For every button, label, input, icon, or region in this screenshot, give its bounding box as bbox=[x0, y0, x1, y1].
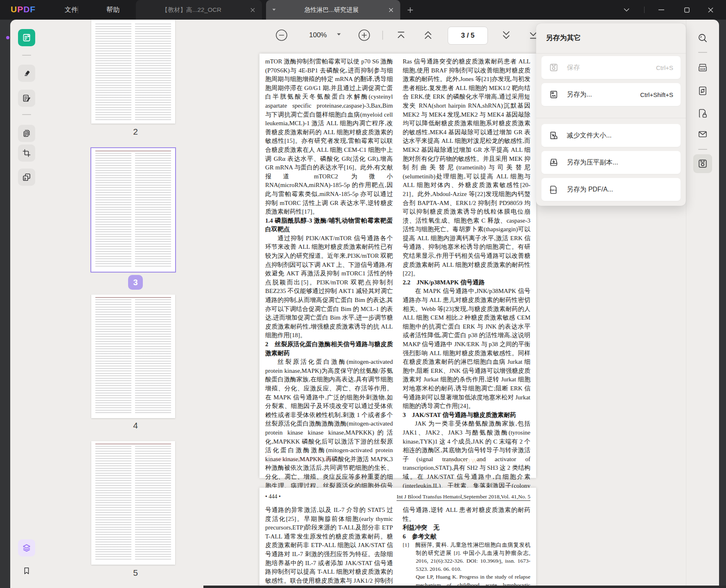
save-as-other-panel: 另存为其它 保存 Ctrl+S 另存为... Ctrl+Shift+S bbox=[536, 23, 686, 206]
pdf-page-4: • 444 • Int J Blood Transfus Hematol,Sep… bbox=[259, 488, 536, 588]
right-tool-rail: OCR bbox=[686, 20, 719, 588]
rail-divider bbox=[698, 52, 707, 53]
sidebar-notification-dot bbox=[6, 36, 9, 39]
save-tools-button-active[interactable] bbox=[693, 154, 712, 173]
thumb-text-preview bbox=[135, 153, 171, 268]
window-menu-chevron-icon[interactable] bbox=[620, 5, 634, 15]
thumb-page-number[interactable]: 2 bbox=[123, 127, 148, 137]
extract-slides-button[interactable] bbox=[18, 169, 35, 186]
minimize-button[interactable] bbox=[654, 5, 668, 15]
doc-heading: 2 丝裂原活化蛋白激酶相关信号通路与糖皮质激素耐药 bbox=[265, 340, 393, 358]
reader-mode-button[interactable] bbox=[18, 29, 35, 46]
menu-item-save-as-pdfa[interactable]: PDF/A 另存为 PDF/A... bbox=[541, 178, 681, 201]
tab-close-icon[interactable] bbox=[386, 5, 396, 15]
page-number-label: • 444 • bbox=[265, 493, 281, 500]
mail-icon bbox=[697, 129, 708, 140]
menu-item-label: 另存为 PDF/A... bbox=[567, 185, 613, 194]
menu-item-label: 减少文件大小... bbox=[567, 131, 611, 140]
crop-tool-button[interactable] bbox=[18, 144, 35, 162]
doc-lock-icon bbox=[697, 108, 708, 119]
titlebar: UPDF 文件 帮助 【教材】高...22_OCR 急性淋巴...研究进展 bbox=[0, 0, 726, 20]
doc-paragraph: Ras 信号通路突变的糖皮质激素耐药患者 ALL 细胞,使用 BRAF 抑制剂可… bbox=[403, 57, 530, 278]
previous-page-button[interactable] bbox=[422, 29, 434, 41]
zoom-dropdown-caret-icon[interactable] bbox=[337, 33, 341, 36]
ocr-icon: OCR bbox=[697, 62, 708, 74]
chevron-down-icon[interactable] bbox=[270, 9, 277, 11]
search-button[interactable] bbox=[693, 29, 712, 47]
thumb-page-number[interactable]: 4 bbox=[123, 421, 148, 430]
organize-pages-button[interactable] bbox=[18, 125, 35, 142]
doc-paragraph: mTOR 激酶抑制剂雷帕霉素可以使 p70 S6 激酶(P70S6K)与 4E-… bbox=[265, 57, 393, 216]
doc-heading: 6 参考文献 bbox=[403, 532, 530, 541]
menu-item-save-flattened-copy[interactable]: 另存为压平副本... bbox=[541, 151, 681, 174]
tab-close-icon[interactable] bbox=[247, 5, 258, 15]
layers-icon bbox=[22, 543, 32, 553]
panel-divider bbox=[536, 53, 686, 54]
save-icon bbox=[549, 63, 559, 72]
publisher-watermark: 中国青年电子出版社 期刊数据 bbox=[265, 455, 334, 463]
note-pencil-icon bbox=[22, 93, 32, 103]
layers-panel-button[interactable] bbox=[18, 539, 35, 556]
sidebar-divider bbox=[22, 114, 31, 115]
thumb-header-line bbox=[95, 151, 171, 151]
doc-heading: 2.2 JNK/p38MAPK 信号通路 bbox=[403, 278, 530, 287]
thumbnail-page-2[interactable] bbox=[91, 20, 175, 124]
convert-button[interactable] bbox=[693, 81, 712, 100]
menu-file[interactable]: 文件 bbox=[60, 0, 83, 20]
panel-divider bbox=[536, 118, 686, 118]
toolbar-divider bbox=[382, 31, 383, 40]
thumb-header-line bbox=[95, 297, 171, 298]
doc-paragraph: [1] 阙丽萍, 黄科. 儿童急性淋巴细胞白血病复发机制的研究进展 [J]. 中… bbox=[403, 541, 530, 573]
share-mail-button[interactable] bbox=[693, 125, 712, 144]
horizontal-scrollbar[interactable] bbox=[203, 586, 726, 588]
first-page-button[interactable] bbox=[395, 30, 407, 41]
crop-icon bbox=[22, 148, 32, 158]
page4-left-column: 号通路的异常激活,以及 IL-7 介导的 STAT5 过度活化[25]。早期胸腺… bbox=[265, 506, 393, 588]
window-close-button[interactable] bbox=[703, 5, 717, 15]
reduce-size-icon bbox=[549, 131, 559, 140]
zoom-out-button[interactable] bbox=[275, 29, 288, 42]
thumb-page-number[interactable]: 5 bbox=[123, 568, 148, 578]
menu-item-save[interactable]: 保存 Ctrl+S bbox=[541, 56, 681, 79]
annotate-tool-button[interactable] bbox=[18, 65, 35, 82]
code-watermark: UZKVDWKT bbox=[444, 457, 489, 464]
stamp-ring-icon bbox=[265, 455, 273, 463]
thumbnail-page-4[interactable] bbox=[91, 295, 175, 418]
menu-item-label: 保存 bbox=[567, 63, 580, 72]
new-tab-button[interactable] bbox=[404, 5, 416, 15]
page-number-input[interactable]: 3 / 5 bbox=[448, 27, 488, 45]
thumb-text-preview bbox=[95, 24, 131, 120]
tab-document-2-active[interactable]: 急性淋巴...研究进展 bbox=[266, 0, 400, 20]
panel-title: 另存为其它 bbox=[546, 33, 581, 43]
thumb-text-preview bbox=[135, 24, 171, 120]
ocr-button[interactable]: OCR bbox=[693, 59, 712, 77]
doc-paragraph: 号通路的异常激活,以及 IL-7 介导的 STAT5 过度活化[25]。早期胸腺… bbox=[265, 506, 393, 588]
menu-item-shortcut: Ctrl+S bbox=[656, 64, 673, 71]
thumbnail-panel: 2 3 4 5 bbox=[43, 20, 160, 588]
updf-logo: UPDF bbox=[11, 5, 36, 14]
maximize-button[interactable] bbox=[680, 5, 694, 15]
reader-book-icon bbox=[22, 33, 32, 43]
menu-item-shortcut: Ctrl+Shift+S bbox=[640, 91, 673, 98]
menu-item-reduce-file-size[interactable]: 减少文件大小... bbox=[541, 124, 681, 147]
thumbnail-page-5[interactable] bbox=[91, 441, 175, 565]
doc-paragraph: 信号通路,逆转 ALL 患者对糖皮质激素的耐药性。 bbox=[403, 506, 530, 523]
menu-item-label: 另存为... bbox=[567, 90, 592, 99]
tab-document-1[interactable]: 【教材】高...22_OCR bbox=[136, 0, 262, 20]
thumb-text-preview bbox=[95, 153, 131, 268]
zoom-in-button[interactable] bbox=[358, 29, 371, 42]
protect-document-button[interactable] bbox=[693, 104, 712, 123]
menu-item-save-as[interactable]: 另存为... Ctrl+Shift+S bbox=[541, 83, 681, 106]
sidebar-divider bbox=[22, 55, 31, 56]
thumb-page-number-badge[interactable]: 3 bbox=[128, 275, 143, 290]
edit-tool-button[interactable] bbox=[18, 90, 35, 107]
left-tool-sidebar bbox=[10, 20, 43, 588]
doc-heading: 1.4 磷脂酰肌醇-3 激酶/哺乳动物雷帕霉素靶蛋白双靶点 bbox=[265, 216, 393, 234]
menu-help[interactable]: 帮助 bbox=[101, 0, 124, 20]
thumbnail-page-3-selected[interactable] bbox=[91, 148, 175, 272]
stacked-pages-icon bbox=[22, 172, 32, 182]
bookmark-panel-button[interactable] bbox=[18, 562, 35, 579]
zoom-level-value[interactable]: 100% bbox=[306, 27, 330, 43]
next-page-button[interactable] bbox=[501, 29, 512, 41]
svg-text:PDF/A: PDF/A bbox=[550, 189, 557, 191]
